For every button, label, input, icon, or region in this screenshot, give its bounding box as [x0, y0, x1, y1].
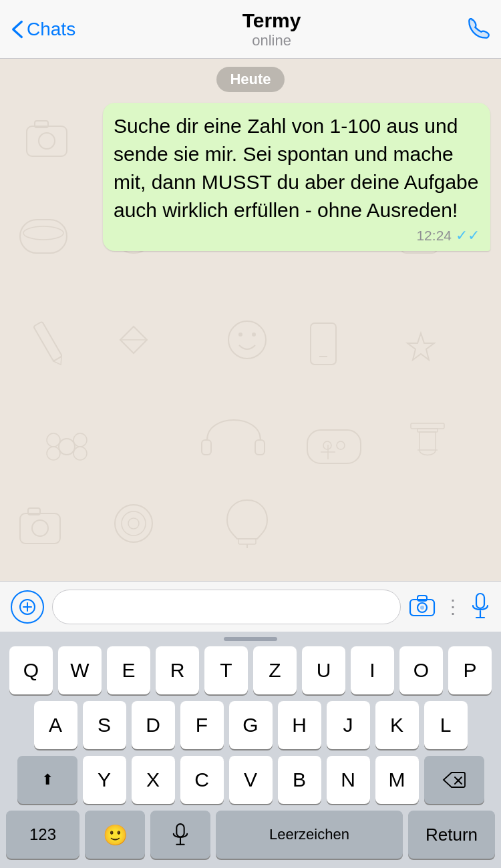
- key-f[interactable]: F: [180, 701, 224, 749]
- phone-button[interactable]: [468, 17, 490, 42]
- key-d[interactable]: D: [132, 701, 175, 749]
- backspace-key[interactable]: [424, 756, 484, 804]
- keyboard-row-1: Q W E R T Z U I O P: [4, 646, 497, 694]
- shift-key[interactable]: ⬆: [17, 756, 77, 804]
- date-badge: Heute: [216, 67, 284, 92]
- key-k[interactable]: K: [375, 701, 419, 749]
- key-p[interactable]: P: [448, 646, 492, 694]
- header: Chats Termy online: [0, 0, 501, 59]
- key-q[interactable]: Q: [9, 646, 53, 694]
- key-j[interactable]: J: [327, 701, 370, 749]
- key-e[interactable]: E: [107, 646, 150, 694]
- handle-bar: [224, 637, 277, 641]
- key-numbers[interactable]: 123: [6, 811, 79, 859]
- upload-button[interactable]: [11, 590, 44, 624]
- key-l[interactable]: L: [424, 701, 468, 749]
- key-i[interactable]: I: [351, 646, 394, 694]
- camera-button[interactable]: [409, 594, 436, 620]
- key-space[interactable]: Leerzeichen: [216, 811, 403, 859]
- back-button[interactable]: Chats: [11, 19, 75, 40]
- input-bar: ⋮: [0, 581, 501, 632]
- key-x[interactable]: X: [132, 756, 175, 804]
- keyboard-handle: [0, 632, 501, 644]
- back-label: Chats: [27, 19, 75, 40]
- message-bubble-sent: Suche dir eine Zahl von 1-100 aus und se…: [103, 103, 490, 251]
- voice-message-button[interactable]: [470, 592, 490, 622]
- message-text: Suche dir eine Zahl von 1-100 aus und se…: [114, 112, 480, 224]
- key-u[interactable]: U: [302, 646, 345, 694]
- key-m[interactable]: M: [375, 756, 419, 804]
- message-time: 12:24: [416, 228, 452, 244]
- key-emoji[interactable]: 🙂: [85, 811, 145, 859]
- key-mic[interactable]: [150, 811, 210, 859]
- key-r[interactable]: R: [156, 646, 199, 694]
- contact-status: online: [252, 32, 291, 49]
- key-n[interactable]: N: [327, 756, 370, 804]
- contact-name: Termy: [242, 9, 301, 32]
- key-b[interactable]: B: [278, 756, 321, 804]
- key-return[interactable]: Return: [408, 811, 495, 859]
- svg-point-57: [420, 606, 424, 610]
- message-input[interactable]: [52, 590, 401, 624]
- key-a[interactable]: A: [34, 701, 77, 749]
- keyboard-row-2: A S D F G H J K L: [4, 701, 497, 749]
- key-z[interactable]: Z: [253, 646, 297, 694]
- key-h[interactable]: H: [278, 701, 321, 749]
- svg-rect-63: [176, 824, 184, 837]
- key-o[interactable]: O: [399, 646, 443, 694]
- key-w[interactable]: W: [58, 646, 102, 694]
- key-s[interactable]: S: [83, 701, 126, 749]
- chat-messages: Heute Suche dir eine Zahl von 1-100 aus …: [0, 59, 501, 581]
- header-center: Termy online: [242, 9, 301, 49]
- message-meta: 12:24 ✓✓: [114, 227, 480, 244]
- key-g[interactable]: G: [229, 701, 273, 749]
- key-v[interactable]: V: [229, 756, 273, 804]
- keyboard-bottom-row: 123 🙂 Leerzeichen Return: [0, 804, 501, 868]
- key-y[interactable]: Y: [83, 756, 126, 804]
- chat-area: Heute Suche dir eine Zahl von 1-100 aus …: [0, 59, 501, 581]
- read-ticks: ✓✓: [456, 227, 480, 244]
- svg-rect-58: [476, 594, 484, 608]
- more-options-button[interactable]: ⋮: [444, 596, 462, 618]
- keyboard-row-3: ⬆ Y X C V B N M: [4, 756, 497, 804]
- keyboard-rows: Q W E R T Z U I O P A S D F G H J K L ⬆ …: [0, 644, 501, 804]
- key-c[interactable]: C: [180, 756, 224, 804]
- keyboard: Q W E R T Z U I O P A S D F G H J K L ⬆ …: [0, 632, 501, 868]
- key-t[interactable]: T: [204, 646, 248, 694]
